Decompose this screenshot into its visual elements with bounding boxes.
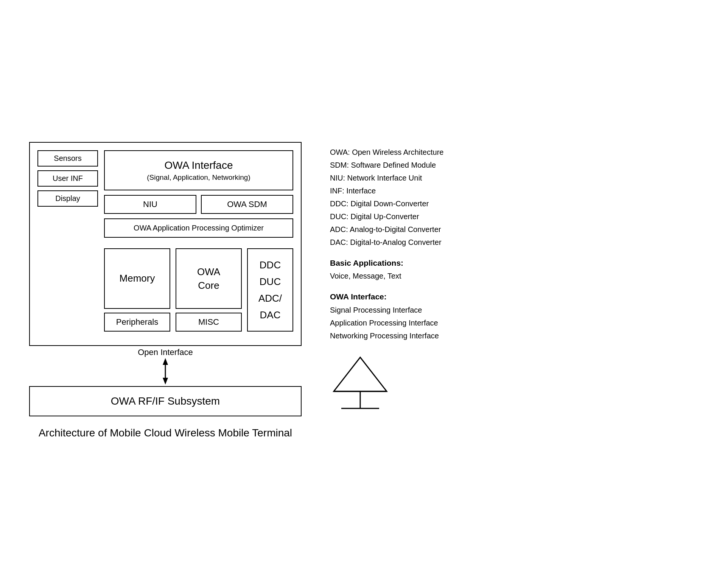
outer-box: Sensors User INF Display OWA Inte xyxy=(29,142,302,346)
owa-core-box: OWA Core xyxy=(176,248,242,309)
abbr-ddc: DDC: Digital Down-Converter xyxy=(330,197,705,210)
owa-sdm-label: OWA SDM xyxy=(227,199,267,209)
open-interface-label: Open Interface xyxy=(138,347,193,357)
memory-box: Memory xyxy=(104,248,170,309)
misc-label: MISC xyxy=(198,317,219,327)
user-inf-box: User INF xyxy=(37,170,98,187)
owa-interface-line-3: Networking Processing Interface xyxy=(330,329,705,342)
owa-sdm-box: OWA SDM xyxy=(201,195,293,214)
diagram-area: Sensors User INF Display OWA Inte xyxy=(23,142,307,439)
abbr-owa: OWA: Open Wireless Architecture xyxy=(330,146,705,159)
abbr-duc: DUC: Digital Up-Converter xyxy=(330,210,705,223)
user-inf-label: User INF xyxy=(53,174,83,182)
abbr-niu: NIU: Network Interface Unit xyxy=(330,171,705,184)
antenna-icon xyxy=(330,354,390,414)
owa-interface-line-2: Application Processing Interface xyxy=(330,316,705,329)
owa-core-label: OWA Core xyxy=(197,265,220,293)
legend-abbreviations: OWA: Open Wireless Architecture SDM: Sof… xyxy=(330,146,705,249)
basic-applications-text: Voice, Message, Text xyxy=(330,269,705,282)
sensors-label: Sensors xyxy=(54,154,81,162)
sensors-box: Sensors xyxy=(37,150,98,167)
top-section: Sensors User INF Display OWA Inte xyxy=(37,150,293,332)
owa-interface-title: OWA Interface xyxy=(112,158,285,173)
bottom-section: Memory Peripherals OWA Core xyxy=(104,248,293,332)
abbr-dac: DAC: Digital-to-Analog Converter xyxy=(330,236,705,249)
ddc-duc-label: DDC DUC ADC/ DAC xyxy=(258,257,282,324)
svg-marker-1 xyxy=(163,358,168,365)
misc-box: MISC xyxy=(176,313,242,332)
abbr-sdm: SDM: Software Defined Module xyxy=(330,159,705,171)
niu-label: NIU xyxy=(143,199,157,209)
page-container: Sensors User INF Display OWA Inte xyxy=(23,142,705,439)
svg-marker-3 xyxy=(334,357,387,391)
left-col: Sensors User INF Display xyxy=(37,150,98,207)
owa-interface-subtitle: (Signal, Application, Networking) xyxy=(112,173,285,183)
abbr-adc: ADC: Analog-to-Digital Converter xyxy=(330,223,705,236)
niu-box: NIU xyxy=(104,195,196,214)
peripherals-box: Peripherals xyxy=(104,313,170,332)
optimizer-box: OWA Application Processing Optimizer xyxy=(104,218,293,238)
ddc-duc-box: DDC DUC ADC/ DAC xyxy=(247,248,293,332)
peripherals-label: Peripherals xyxy=(116,317,158,327)
owa-interface-line-1: Signal Processing Interface xyxy=(330,304,705,316)
niu-sdm-row: NIU OWA SDM xyxy=(104,195,293,214)
owa-interface-section: OWA Interface: Signal Processing Interfa… xyxy=(330,290,705,342)
rf-label: OWA RF/IF Subsystem xyxy=(111,395,220,407)
antenna-area xyxy=(330,354,705,414)
double-arrow-icon xyxy=(156,358,175,385)
optimizer-label: OWA Application Processing Optimizer xyxy=(134,224,264,232)
svg-marker-2 xyxy=(163,378,168,385)
display-box: Display xyxy=(37,190,98,207)
owa-interface-legend-title: OWA Interface: xyxy=(330,290,705,304)
legend-area: OWA: Open Wireless Architecture SDM: Sof… xyxy=(330,142,705,414)
basic-applications-section: Basic Applications: Voice, Message, Text xyxy=(330,256,705,283)
rf-box: OWA RF/IF Subsystem xyxy=(29,386,302,416)
bottom-section-inner: Open Interface OWA RF/IF Subsystem xyxy=(29,346,302,416)
memory-label: Memory xyxy=(120,273,155,284)
abbr-inf: INF: Interface xyxy=(330,184,705,197)
owa-interface-box: OWA Interface (Signal, Application, Netw… xyxy=(104,150,293,190)
basic-applications-title: Basic Applications: xyxy=(330,256,705,270)
main-content: Sensors User INF Display OWA Inte xyxy=(23,142,705,439)
display-label: Display xyxy=(55,194,80,202)
caption: Architecture of Mobile Cloud Wireless Mo… xyxy=(39,427,292,439)
